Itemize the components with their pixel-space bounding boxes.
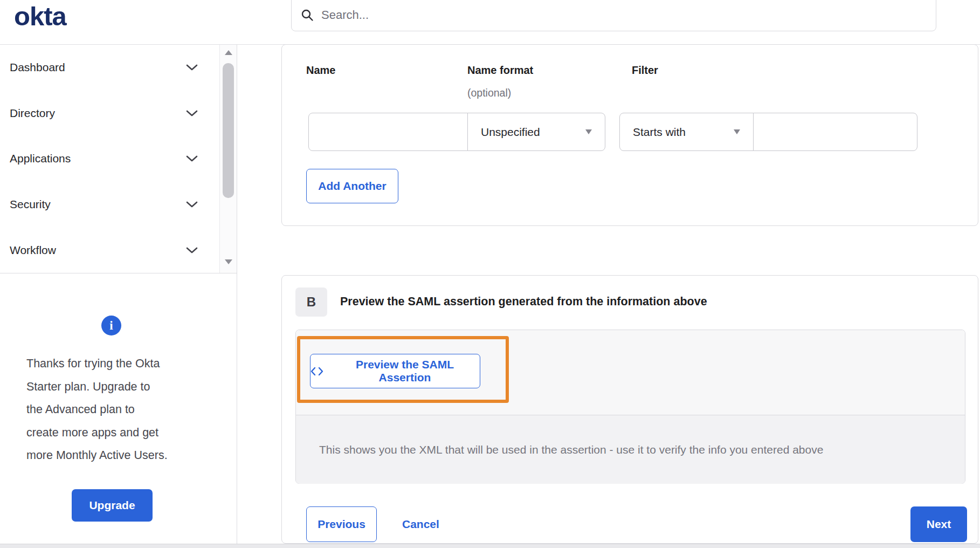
- next-button[interactable]: Next: [910, 506, 967, 542]
- previous-button[interactable]: Previous: [306, 506, 377, 542]
- sidebar-item-directory[interactable]: Directory: [0, 91, 237, 136]
- add-another-button[interactable]: Add Another: [306, 169, 398, 203]
- dropdown-caret-icon: [585, 129, 592, 134]
- scroll-down-icon[interactable]: [225, 259, 232, 264]
- okta-admin-console: okta Dashboard Directory Applications Se…: [0, 0, 980, 548]
- preview-fieldset: Preview the SAML Assertion This shows yo…: [295, 330, 965, 484]
- preview-button-zone: Preview the SAML Assertion: [296, 330, 965, 415]
- preview-help-text: This shows you the XML that will be used…: [319, 443, 823, 456]
- code-icon: [310, 367, 323, 376]
- dropdown-caret-icon: [734, 129, 740, 134]
- chevron-down-icon: [186, 64, 198, 71]
- search-input[interactable]: [321, 8, 860, 22]
- step-b-badge: B: [295, 287, 327, 317]
- upgrade-button[interactable]: Upgrade: [72, 489, 153, 522]
- chevron-down-icon: [186, 110, 198, 117]
- upgrade-panel: i Thanks for trying the Okta Starter pla…: [0, 273, 237, 548]
- chevron-down-icon: [186, 247, 198, 254]
- optional-hint: (optional): [467, 87, 511, 99]
- preview-help-zone: This shows you the XML that will be used…: [296, 415, 965, 484]
- cancel-link[interactable]: Cancel: [402, 506, 439, 542]
- upgrade-message: Thanks for trying the Okta Starter plan.…: [26, 352, 204, 467]
- name-column-label: Name: [306, 64, 335, 77]
- sidebar-item-workflow[interactable]: Workflow: [0, 227, 237, 273]
- name-format-select[interactable]: Unspecified: [467, 113, 605, 151]
- chevron-down-icon: [186, 201, 198, 208]
- sidebar-nav: Dashboard Directory Applications Securit…: [0, 45, 237, 273]
- preview-section-title: Preview the SAML assertion generated fro…: [340, 295, 707, 309]
- scrollbar-thumb[interactable]: [223, 63, 234, 198]
- sidebar-scrollbar[interactable]: [219, 45, 237, 273]
- window-bottom-strip: [0, 544, 980, 548]
- attribute-statements-card: Name Name format (optional) Filter Unspe…: [281, 44, 978, 226]
- search-icon: [301, 9, 314, 22]
- sidebar-item-dashboard[interactable]: Dashboard: [0, 45, 237, 91]
- okta-logo: okta: [14, 1, 66, 31]
- filter-column-label: Filter: [632, 64, 658, 77]
- sidebar-item-applications[interactable]: Applications: [0, 136, 237, 182]
- sidebar-item-security[interactable]: Security: [0, 182, 237, 228]
- name-format-column-label: Name format: [467, 64, 533, 77]
- chevron-down-icon: [186, 155, 198, 162]
- search-bar: [291, 0, 936, 31]
- filter-type-select[interactable]: Starts with: [619, 113, 754, 151]
- preview-saml-assertion-button[interactable]: Preview the SAML Assertion: [310, 354, 480, 388]
- attribute-name-input[interactable]: [308, 113, 468, 151]
- preview-saml-card: B Preview the SAML assertion generated f…: [281, 275, 978, 544]
- filter-value-input[interactable]: [753, 113, 917, 151]
- scroll-up-icon[interactable]: [225, 50, 232, 55]
- info-icon: i: [101, 316, 121, 335]
